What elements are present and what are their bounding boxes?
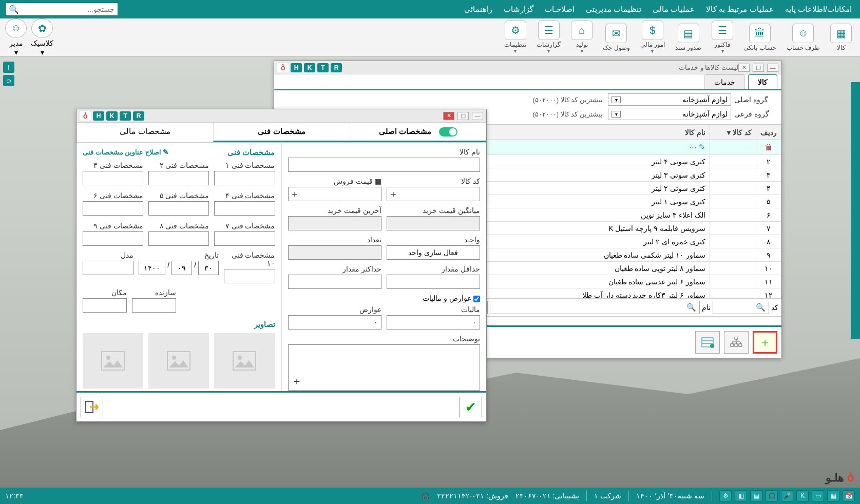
tool-classic[interactable]: ✿کلاسیک▾ <box>31 18 53 56</box>
tool-production[interactable]: ⌂تولید▾ <box>568 20 596 55</box>
close-icon[interactable]: ✕ <box>443 112 454 120</box>
image-placeholder[interactable] <box>148 333 209 389</box>
search-name-input[interactable] <box>493 304 687 312</box>
col-row[interactable]: ردیف <box>756 125 781 140</box>
close-icon[interactable]: ✕ <box>738 64 750 72</box>
add-button[interactable]: ＋ <box>753 331 777 354</box>
tool-voucher[interactable]: ▤صدور سند <box>672 23 704 52</box>
input-max[interactable] <box>288 275 381 289</box>
tree-view-button[interactable] <box>724 331 749 354</box>
menu-item[interactable]: عملیات مرتبط به کالا <box>703 4 777 15</box>
menu-item[interactable]: گزارشات <box>501 4 537 15</box>
tab-main-info[interactable]: مشخصات اصلی <box>350 123 486 142</box>
plus-icon[interactable]: ＋ <box>292 374 302 388</box>
shortcut-k[interactable]: K <box>106 111 118 121</box>
search-input[interactable] <box>19 5 114 13</box>
activate-unit-button[interactable]: فعال سازی واحد <box>387 245 480 260</box>
maximize-icon[interactable]: ▢ <box>753 64 764 72</box>
vat-checkbox[interactable]: عوارض و مالیات <box>423 294 480 302</box>
tool-bank[interactable]: 🏛حساب بانکی <box>740 23 779 52</box>
menu-item[interactable]: عملیات مالی <box>649 4 698 15</box>
image-placeholder[interactable] <box>83 333 143 389</box>
input-price[interactable] <box>288 187 381 201</box>
input-model[interactable] <box>83 261 133 275</box>
input-desc[interactable]: ＋ <box>288 344 481 391</box>
tool-settings[interactable]: ⚙تنظیمات▾ <box>501 20 529 55</box>
input-maker[interactable] <box>132 298 176 313</box>
tech-input-4[interactable] <box>214 201 275 216</box>
sb-k-icon[interactable]: K <box>796 490 809 501</box>
minimize-icon[interactable]: — <box>767 64 778 72</box>
tech-input-2[interactable] <box>148 171 209 185</box>
input-duty[interactable] <box>288 315 381 329</box>
sb-head-icon[interactable]: 🎧 <box>766 490 778 501</box>
shortcut-t[interactable]: T <box>317 63 329 72</box>
tab-financial-info[interactable]: مشخصات مالی <box>77 123 213 142</box>
tool-cheque[interactable]: ✉وصول چک <box>600 23 633 52</box>
pencil-icon[interactable]: ✎ <box>699 143 705 151</box>
tech-input-1[interactable] <box>214 171 275 185</box>
sb-calc-icon[interactable]: ▦ <box>827 490 839 501</box>
tab-services[interactable]: خدمات <box>704 74 745 89</box>
tool-product[interactable]: ▦کالا <box>827 23 855 52</box>
sb-tool-icon[interactable]: ⚙ <box>719 490 732 501</box>
menu-item[interactable]: امکانات/اطلاعات پایه <box>782 4 855 15</box>
qr-icon[interactable]: ▦ <box>375 177 381 185</box>
input-month[interactable] <box>171 261 192 275</box>
sb-note-icon[interactable]: ▭ <box>812 490 824 501</box>
sb-calc2-icon[interactable]: ▤ <box>750 490 762 501</box>
shortcut-r[interactable]: R <box>133 111 144 121</box>
user-icon[interactable]: ☺ <box>3 75 14 86</box>
filter-main-select[interactable]: لوازم آشپزخانه▾ <box>608 93 731 106</box>
exit-button[interactable] <box>81 397 103 417</box>
input-min[interactable] <box>387 275 480 289</box>
sb-calendar-icon[interactable]: 📅 <box>843 490 855 501</box>
tech-input-6[interactable] <box>83 201 143 216</box>
tech-input-7[interactable] <box>214 231 275 246</box>
tool-account[interactable]: ☺طرف حساب <box>783 23 823 52</box>
image-placeholder[interactable] <box>214 333 275 389</box>
plus-icon[interactable]: ＋ <box>389 188 398 200</box>
sb-color-icon[interactable]: ◧ <box>735 490 747 501</box>
menu-item[interactable]: اصلاحـات <box>542 4 578 15</box>
info-icon[interactable]: i <box>3 62 14 73</box>
menu-item[interactable]: راهنمائی <box>461 4 495 15</box>
edit-tech-titles-link[interactable]: ✎ اصلاح عناوین مشخصات فنی <box>83 148 169 156</box>
tool-invoice[interactable]: ☰فاکتور▾ <box>709 20 736 55</box>
input-name[interactable] <box>288 158 481 172</box>
more-icon[interactable]: ⋯ <box>689 143 697 151</box>
col-code[interactable]: کد کالا ▾ <box>710 125 756 140</box>
tool-reports[interactable]: ☰گزارشات▾ <box>533 20 564 55</box>
tech-input-9[interactable] <box>83 231 143 246</box>
input-tax[interactable] <box>387 315 480 329</box>
form-view-button[interactable] <box>695 331 720 354</box>
tech-input-5[interactable] <box>148 201 209 216</box>
minimize-icon[interactable]: — <box>472 112 483 120</box>
input-tech10[interactable] <box>224 269 275 283</box>
shortcut-h[interactable]: H <box>291 63 302 72</box>
tech-input-8[interactable] <box>148 231 209 246</box>
input-date[interactable]: / / <box>139 261 219 275</box>
input-day[interactable] <box>198 261 219 275</box>
right-edge-tab[interactable] <box>851 82 860 339</box>
shortcut-r[interactable]: R <box>331 63 342 72</box>
tab-products[interactable]: کالا <box>748 74 777 89</box>
input-code[interactable] <box>387 187 480 201</box>
tool-admin[interactable]: ☺مدیر▾ <box>5 18 27 56</box>
tech-input-3[interactable] <box>83 171 143 185</box>
sb-mic-icon[interactable]: 🎤 <box>781 490 793 501</box>
plus-icon[interactable]: ＋ <box>290 188 299 200</box>
delete-icon[interactable]: 🗑 <box>765 143 773 151</box>
tab-tech-info[interactable]: مشخصات فنی <box>213 123 350 142</box>
input-place[interactable] <box>83 298 127 313</box>
menu-item[interactable]: تنظیمات مدیریتی <box>583 4 644 15</box>
tool-finance[interactable]: $امور مالی▾ <box>637 20 668 55</box>
filter-sub-select[interactable]: لوازم آشپزخانه▾ <box>608 108 731 120</box>
toggle-switch[interactable] <box>439 127 457 137</box>
search-icon[interactable]: 🔍 <box>9 5 19 14</box>
input-year[interactable] <box>139 261 165 275</box>
shortcut-h[interactable]: H <box>93 111 104 121</box>
maximize-icon[interactable]: ▢ <box>457 112 469 120</box>
shortcut-k[interactable]: K <box>304 63 315 72</box>
shortcut-t[interactable]: T <box>120 111 131 121</box>
